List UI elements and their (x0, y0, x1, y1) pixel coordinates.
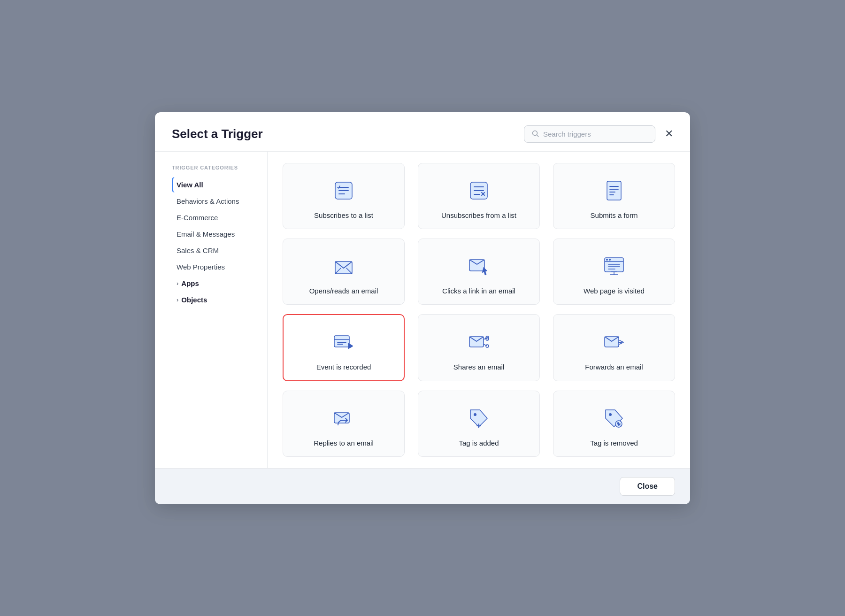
header-right: ✕ (524, 125, 675, 143)
trigger-card-tag-is-removed[interactable]: Tag is removed (553, 391, 675, 457)
trigger-card-replies-to-email[interactable]: Replies to an email (283, 391, 405, 457)
trigger-label: Shares an email (453, 363, 504, 371)
triggers-grid-area: Subscribes to a list Unsubscribes from a… (268, 152, 690, 468)
trigger-label: Forwards an email (585, 363, 643, 371)
sidebar-item-label: Apps (181, 279, 199, 287)
svg-rect-32 (334, 336, 349, 347)
sidebar-item-label: E-Commerce (177, 214, 218, 222)
trigger-card-web-page-visited[interactable]: Web page is visited (553, 239, 675, 305)
trigger-card-tag-is-added[interactable]: Tag is added (418, 391, 540, 457)
sidebar-item-label: Web Properties (177, 263, 225, 271)
sidebar-item-label: View All (177, 181, 203, 189)
trigger-icon-email-open (330, 252, 358, 280)
trigger-label: Tag is removed (590, 439, 638, 447)
sidebar-category-label: TRIGGER CATEGORIES (172, 165, 258, 170)
trigger-card-unsubscribes-from-list[interactable]: Unsubscribes from a list (418, 163, 540, 229)
trigger-label: Unsubscribes from a list (441, 211, 516, 219)
sidebar-item-e-commerce[interactable]: E-Commerce (172, 210, 258, 225)
trigger-label: Event is recorded (316, 363, 371, 371)
svg-point-45 (609, 413, 612, 416)
trigger-card-event-is-recorded[interactable]: Event is recorded (283, 314, 405, 381)
modal-title: Select a Trigger (172, 127, 263, 141)
modal-header: Select a Trigger ✕ (155, 112, 690, 152)
chevron-icon: › (177, 296, 178, 303)
sidebar-item-web-properties[interactable]: Web Properties (172, 259, 258, 275)
search-input[interactable] (543, 130, 647, 138)
trigger-icon-tag-add (465, 404, 493, 432)
sidebar-item-objects[interactable]: ›Objects (172, 292, 258, 308)
svg-point-25 (609, 259, 611, 261)
trigger-icon-web-page (600, 252, 628, 280)
sidebar: TRIGGER CATEGORIES View AllBehaviors & A… (155, 152, 268, 468)
sidebar-item-label: Objects (181, 296, 207, 304)
triggers-grid: Subscribes to a list Unsubscribes from a… (283, 163, 675, 457)
trigger-card-submits-form[interactable]: Submits a form (553, 163, 675, 229)
sidebar-item-label: Behaviors & Actions (177, 197, 239, 205)
trigger-icon-email-click (465, 252, 493, 280)
trigger-card-subscribes-to-list[interactable]: Subscribes to a list (283, 163, 405, 229)
svg-marker-36 (348, 343, 353, 349)
close-footer-button[interactable]: Close (620, 477, 675, 496)
trigger-card-forwards-email[interactable]: Forwards an email (553, 314, 675, 381)
sidebar-item-view-all[interactable]: View All (172, 177, 258, 192)
modal-close-button[interactable]: ✕ (663, 126, 675, 142)
modal-footer: Close (155, 468, 690, 504)
trigger-card-clicks-link-email[interactable]: Clicks a link in an email (418, 239, 540, 305)
svg-point-42 (474, 413, 476, 416)
trigger-icon-email-reply (330, 404, 358, 432)
trigger-icon-tag-remove (600, 404, 628, 432)
select-trigger-modal: Select a Trigger ✕ TRIGGER CATEGORIES Vi… (155, 112, 690, 504)
trigger-icon-list-check (330, 177, 358, 205)
trigger-label: Opens/reads an email (309, 287, 378, 295)
modal-overlay: Select a Trigger ✕ TRIGGER CATEGORIES Vi… (0, 0, 845, 616)
modal-body: TRIGGER CATEGORIES View AllBehaviors & A… (155, 152, 690, 468)
search-box[interactable] (524, 125, 655, 143)
trigger-icon-event-recorded (330, 328, 358, 356)
trigger-card-shares-email[interactable]: Shares an email (418, 314, 540, 381)
chevron-icon: › (177, 280, 178, 287)
trigger-label: Web page is visited (584, 287, 645, 295)
trigger-icon-form-doc (600, 177, 628, 205)
trigger-label: Submits a form (591, 211, 638, 219)
search-icon (532, 130, 539, 138)
sidebar-item-apps[interactable]: ›Apps (172, 276, 258, 291)
trigger-icon-list-x (465, 177, 493, 205)
trigger-label: Tag is added (459, 439, 499, 447)
sidebar-item-email-messages[interactable]: Email & Messages (172, 226, 258, 242)
trigger-icon-email-forward (600, 328, 628, 356)
trigger-label: Replies to an email (314, 439, 374, 447)
sidebar-item-label: Email & Messages (177, 230, 235, 238)
svg-point-24 (606, 259, 608, 261)
trigger-icon-email-share (465, 328, 493, 356)
svg-rect-12 (607, 181, 621, 200)
sidebar-item-behaviors-actions[interactable]: Behaviors & Actions (172, 193, 258, 209)
sidebar-item-label: Sales & CRM (177, 246, 219, 254)
trigger-label: Clicks a link in an email (442, 287, 515, 295)
svg-line-1 (537, 135, 539, 137)
sidebar-item-sales-crm[interactable]: Sales & CRM (172, 243, 258, 258)
trigger-label: Subscribes to a list (314, 211, 373, 219)
trigger-card-opens-reads-email[interactable]: Opens/reads an email (283, 239, 405, 305)
